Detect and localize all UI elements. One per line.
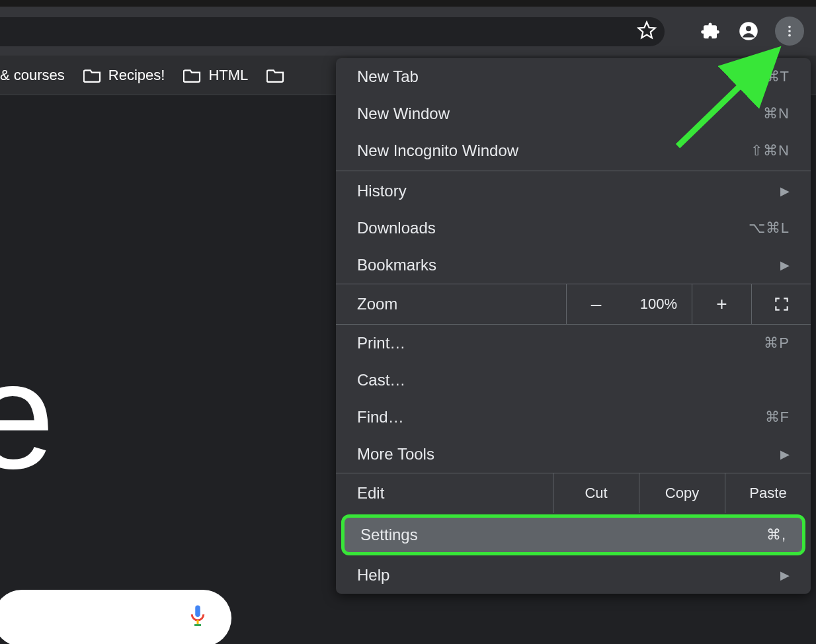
menu-shortcut: ⌘, bbox=[766, 526, 786, 543]
menu-item-zoom: Zoom – 100% + bbox=[336, 284, 811, 325]
bookmark-label: Recipes! bbox=[108, 67, 165, 84]
menu-item-print[interactable]: Print… ⌘P bbox=[336, 325, 811, 362]
menu-divider bbox=[336, 171, 811, 171]
menu-label: New Window bbox=[357, 104, 450, 123]
menu-item-help[interactable]: Help ▶ bbox=[336, 557, 811, 594]
bookmark-item[interactable]: & courses bbox=[0, 67, 65, 84]
submenu-arrow-icon: ▶ bbox=[780, 258, 790, 272]
fullscreen-icon bbox=[773, 296, 790, 313]
bookmark-item[interactable]: Recipes! bbox=[83, 67, 165, 84]
tab-strip bbox=[0, 0, 816, 7]
menu-item-settings[interactable]: Settings ⌘, bbox=[341, 514, 805, 555]
extensions-icon[interactable] bbox=[698, 19, 722, 43]
fullscreen-button[interactable] bbox=[751, 284, 811, 324]
google-logo-fragment: e bbox=[0, 340, 55, 492]
menu-label: Edit bbox=[336, 473, 553, 513]
menu-item-new-incognito[interactable]: New Incognito Window ⇧⌘N bbox=[336, 132, 811, 169]
menu-label: New Incognito Window bbox=[357, 141, 518, 160]
menu-item-history[interactable]: History ▶ bbox=[336, 173, 811, 210]
edit-paste-button[interactable]: Paste bbox=[725, 473, 811, 513]
menu-label: History bbox=[357, 182, 407, 200]
svg-point-1 bbox=[746, 26, 751, 31]
menu-shortcut: ⇧⌘N bbox=[751, 142, 790, 159]
zoom-in-button[interactable]: + bbox=[692, 284, 751, 324]
menu-item-bookmarks[interactable]: Bookmarks ▶ bbox=[336, 247, 811, 284]
search-box[interactable] bbox=[0, 590, 231, 644]
submenu-arrow-icon: ▶ bbox=[780, 568, 790, 583]
menu-item-new-tab[interactable]: New Tab ⌘T bbox=[336, 58, 811, 95]
menu-label: Zoom bbox=[336, 284, 566, 324]
zoom-out-button[interactable]: – bbox=[566, 284, 626, 324]
menu-item-downloads[interactable]: Downloads ⌥⌘L bbox=[336, 210, 811, 247]
edit-copy-button[interactable]: Copy bbox=[639, 473, 725, 513]
bookmark-label: & courses bbox=[0, 67, 65, 84]
folder-icon bbox=[266, 68, 285, 83]
menu-item-new-window[interactable]: New Window ⌘N bbox=[336, 95, 811, 132]
folder-icon bbox=[83, 68, 102, 83]
submenu-arrow-icon: ▶ bbox=[780, 447, 790, 462]
submenu-arrow-icon: ▶ bbox=[780, 184, 790, 198]
menu-shortcut: ⌘T bbox=[765, 68, 790, 85]
menu-item-edit: Edit Cut Copy Paste bbox=[336, 473, 811, 513]
bookmark-label: HTML bbox=[208, 67, 248, 84]
profile-icon[interactable] bbox=[737, 19, 760, 43]
voice-search-icon[interactable] bbox=[188, 604, 208, 632]
menu-item-cast[interactable]: Cast… bbox=[336, 362, 811, 399]
svg-point-2 bbox=[788, 26, 791, 28]
menu-shortcut: ⌥⌘L bbox=[749, 220, 790, 237]
menu-shortcut: ⌘F bbox=[765, 409, 790, 426]
bookmark-star-icon[interactable] bbox=[635, 19, 659, 42]
menu-label: Help bbox=[357, 566, 389, 584]
kebab-menu-icon[interactable] bbox=[775, 17, 804, 46]
folder-icon bbox=[183, 68, 202, 83]
bookmark-item[interactable]: HTML bbox=[183, 67, 248, 84]
menu-item-find[interactable]: Find… ⌘F bbox=[336, 399, 811, 436]
menu-shortcut: ⌘P bbox=[764, 335, 790, 352]
menu-shortcut: ⌘N bbox=[763, 105, 790, 122]
browser-toolbar bbox=[0, 7, 816, 56]
menu-label: Settings bbox=[360, 526, 418, 544]
menu-label: Cast… bbox=[357, 371, 405, 389]
menu-label: Find… bbox=[357, 408, 404, 426]
omnibox[interactable] bbox=[0, 17, 665, 46]
bookmark-item[interactable] bbox=[266, 68, 292, 83]
menu-label: Print… bbox=[357, 334, 405, 352]
menu-label: More Tools bbox=[357, 445, 434, 463]
svg-point-4 bbox=[788, 34, 791, 37]
svg-rect-5 bbox=[195, 606, 200, 618]
menu-item-more-tools[interactable]: More Tools ▶ bbox=[336, 436, 811, 473]
menu-label: Bookmarks bbox=[357, 256, 436, 274]
svg-point-3 bbox=[788, 30, 791, 32]
edit-cut-button[interactable]: Cut bbox=[553, 473, 639, 513]
menu-label: New Tab bbox=[357, 67, 419, 86]
zoom-value: 100% bbox=[626, 284, 692, 324]
chrome-main-menu: New Tab ⌘T New Window ⌘N New Incognito W… bbox=[336, 58, 811, 594]
menu-label: Downloads bbox=[357, 219, 436, 237]
